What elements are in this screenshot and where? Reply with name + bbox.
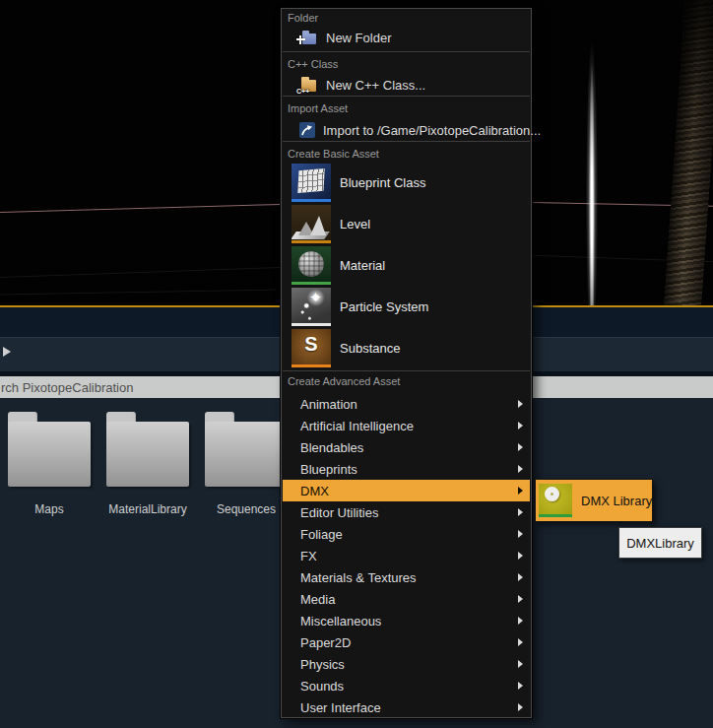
- menu-item-paper2d[interactable]: Paper2D: [283, 631, 530, 653]
- section-header-create-basic-asset: Create Basic Asset: [288, 148, 379, 160]
- submenu-arrow-icon: [518, 552, 523, 560]
- menu-item-sounds[interactable]: Sounds: [283, 675, 530, 696]
- viewport-light-streak: [583, 0, 601, 307]
- menu-item-fx[interactable]: FX: [283, 545, 530, 566]
- menu-item-material[interactable]: Material: [283, 244, 530, 286]
- import-arrow-icon: [299, 122, 315, 138]
- menu-item-animation[interactable]: Animation: [283, 393, 530, 415]
- blueprint-class-icon: [292, 164, 331, 202]
- material-icon: [292, 246, 331, 285]
- submenu-arrow-icon: [518, 660, 523, 668]
- level-icon: [292, 205, 331, 243]
- folder-icon: [8, 412, 91, 487]
- section-header-import-asset: Import Asset: [288, 102, 348, 114]
- menu-item-media[interactable]: Media: [283, 588, 530, 610]
- dmx-submenu: DMX Library: [535, 479, 653, 522]
- submenu-arrow-icon: [518, 638, 523, 646]
- folder-icon: [205, 412, 288, 487]
- substance-icon: S: [292, 329, 331, 367]
- folder-item-sequences[interactable]: Sequences: [202, 412, 291, 522]
- menu-item-blendables[interactable]: Blendables: [283, 436, 530, 458]
- menu-item-editor-utilities[interactable]: Editor Utilities: [283, 501, 530, 523]
- menu-item-physics[interactable]: Physics: [283, 653, 530, 675]
- submenu-arrow-icon: [518, 400, 523, 408]
- menu-item-miscellaneous[interactable]: Miscellaneous: [283, 610, 530, 631]
- folder-item-materiallibrary[interactable]: MaterialLibrary: [103, 412, 192, 522]
- menu-item-user-interface[interactable]: User Interface: [283, 696, 530, 718]
- menu-item-particle-system[interactable]: ✦ Particle System: [283, 286, 530, 327]
- submenu-arrow-icon: [518, 530, 523, 538]
- folder-item-maps[interactable]: Maps: [5, 412, 94, 522]
- menu-item-artificial-intelligence[interactable]: Artificial Intelligence: [283, 415, 530, 436]
- menu-item-import[interactable]: Import to /Game/PixotopeCalibration...: [283, 117, 530, 143]
- section-header-folder: Folder: [288, 12, 318, 24]
- folder-label: Maps: [0, 502, 103, 516]
- menu-separator: [283, 141, 530, 142]
- cpp-class-icon: C++: [296, 77, 318, 94]
- submenu-arrow-icon: [518, 443, 523, 451]
- submenu-arrow-icon: [518, 465, 523, 473]
- submenu-arrow-icon: [518, 508, 523, 516]
- submenu-arrow-icon: [518, 573, 523, 581]
- section-header-cpp-class: C++ Class: [288, 58, 338, 70]
- menu-item-dmx[interactable]: DMX: [283, 480, 530, 501]
- menu-item-dmx-library[interactable]: DMX Library: [536, 484, 652, 517]
- menu-separator: [283, 370, 530, 371]
- submenu-arrow-icon: [518, 595, 523, 603]
- menu-separator: [283, 96, 530, 97]
- submenu-arrow-icon: [518, 617, 523, 625]
- viewport-horizon-line-left: [0, 204, 281, 213]
- particle-system-icon: ✦: [292, 288, 331, 326]
- menu-item-blueprint-class[interactable]: Blueprint Class: [283, 162, 530, 203]
- menu-item-level[interactable]: Level: [283, 203, 530, 244]
- new-folder-icon: [296, 30, 318, 46]
- context-menu: Folder New Folder C++ Class C++ New C++ …: [281, 8, 532, 718]
- submenu-arrow-icon: [518, 487, 523, 495]
- dmx-library-icon: [539, 484, 572, 517]
- folder-label: MaterialLibrary: [94, 502, 202, 516]
- menu-item-substance[interactable]: S Substance: [283, 327, 530, 368]
- tooltip: DMXLibrary: [618, 527, 702, 559]
- section-header-create-advanced-asset: Create Advanced Asset: [288, 375, 400, 387]
- menu-item-new-cpp-class[interactable]: C++ New C++ Class...: [283, 72, 530, 98]
- submenu-arrow-icon: [518, 682, 523, 690]
- folder-icon: [106, 412, 189, 487]
- expand-sources-arrow-icon[interactable]: [3, 347, 11, 357]
- menu-item-new-folder[interactable]: New Folder: [283, 25, 530, 50]
- viewport-grid-line: [0, 290, 276, 296]
- submenu-arrow-icon: [518, 422, 523, 430]
- menu-separator: [283, 51, 530, 52]
- menu-item-foliage[interactable]: Foliage: [283, 523, 530, 545]
- menu-item-blueprints[interactable]: Blueprints: [283, 458, 530, 480]
- tooltip-text: DMXLibrary: [626, 536, 694, 551]
- submenu-arrow-icon: [518, 703, 523, 711]
- menu-item-materials-textures[interactable]: Materials & Textures: [283, 566, 530, 588]
- viewport-grid-line: [0, 267, 281, 278]
- unreal-editor-screen: Maps MaterialLibrary Sequences Folder Ne…: [0, 0, 713, 728]
